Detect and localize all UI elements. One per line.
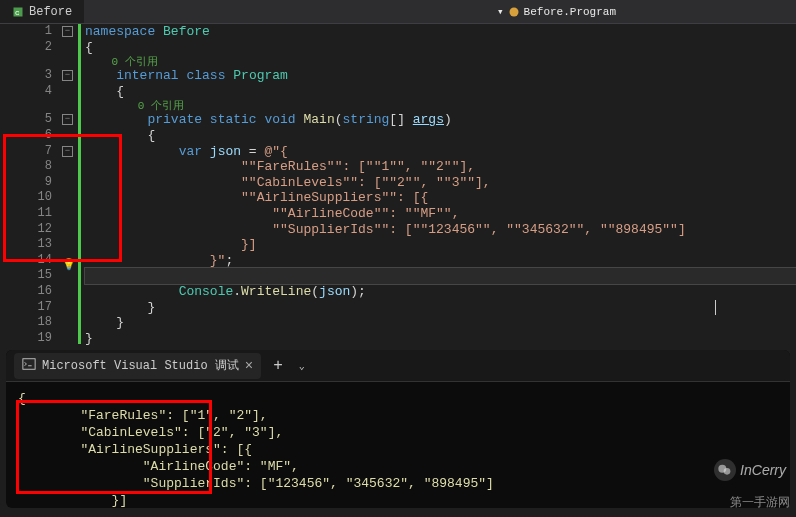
breadcrumb[interactable]: ▾ Before.Program: [497, 5, 616, 18]
close-icon[interactable]: ×: [245, 358, 253, 374]
line-number: 10: [0, 190, 52, 206]
line-number: 8: [0, 159, 52, 175]
terminal-tab[interactable]: Microsoft Visual Studio 调试 ×: [14, 353, 261, 379]
svg-rect-3: [23, 358, 35, 369]
line-number: 4: [0, 84, 52, 100]
line-number: 7: [0, 144, 52, 160]
terminal-tab-label: Microsoft Visual Studio 调试: [42, 357, 239, 374]
line-number: 12: [0, 222, 52, 238]
fold-toggle[interactable]: −: [62, 146, 73, 157]
line-number: 11: [0, 206, 52, 222]
line-number: 15: [0, 268, 52, 284]
terminal-output[interactable]: { "FareRules": ["1", "2"], "CabinLevels"…: [6, 382, 790, 508]
codelens-references[interactable]: 0 个引用: [111, 56, 157, 68]
terminal-dropdown[interactable]: ⌄: [295, 360, 309, 372]
watermark: InCerry: [714, 459, 786, 481]
fold-column: − − − −: [60, 24, 78, 344]
svg-text:c: c: [15, 9, 20, 17]
chevron-right-icon: ▾: [497, 5, 504, 18]
line-number: 18: [0, 315, 52, 331]
tab-before[interactable]: c Before: [0, 0, 84, 23]
code-editor[interactable]: 1 2 3 4 5 6 7 8 9 10 11 12 13 14 15 16 1…: [0, 24, 796, 344]
text-cursor: [715, 300, 716, 315]
svg-point-5: [724, 468, 731, 475]
fold-toggle[interactable]: −: [62, 26, 73, 37]
line-number: 1: [0, 24, 52, 40]
line-number: 3: [0, 68, 52, 84]
code-content[interactable]: namespace Before { 0 个引用 internal class …: [81, 24, 796, 344]
fold-toggle[interactable]: −: [62, 114, 73, 125]
watermark-secondary: 第一手游网: [730, 494, 790, 511]
add-terminal-button[interactable]: +: [267, 357, 289, 375]
current-line: [85, 268, 796, 284]
line-number: 19: [0, 331, 52, 347]
codelens-references[interactable]: 0 个引用: [138, 100, 184, 112]
terminal-tab-bar: Microsoft Visual Studio 调试 × + ⌄: [6, 350, 790, 382]
svg-point-2: [509, 7, 518, 16]
fold-toggle[interactable]: −: [62, 70, 73, 81]
terminal-panel: Microsoft Visual Studio 调试 × + ⌄ { "Fare…: [6, 350, 790, 508]
terminal-icon: [22, 357, 36, 375]
line-number: 16: [0, 284, 52, 300]
line-number-gutter: 1 2 3 4 5 6 7 8 9 10 11 12 13 14 15 16 1…: [0, 24, 60, 344]
wechat-icon: [714, 459, 736, 481]
editor-tab-bar: c Before ▾ Before.Program: [0, 0, 796, 24]
line-number: 6: [0, 128, 52, 144]
line-number: 14: [0, 253, 52, 269]
line-number: 9: [0, 175, 52, 191]
class-icon: [508, 6, 520, 18]
lightbulb-icon[interactable]: 💡: [62, 258, 76, 271]
line-number: 17: [0, 300, 52, 316]
line-number: 5: [0, 112, 52, 128]
breadcrumb-text: Before.Program: [524, 6, 616, 18]
csharp-file-icon: c: [12, 6, 24, 18]
tab-label: Before: [29, 5, 72, 19]
line-number: 2: [0, 40, 52, 56]
line-number: 13: [0, 237, 52, 253]
